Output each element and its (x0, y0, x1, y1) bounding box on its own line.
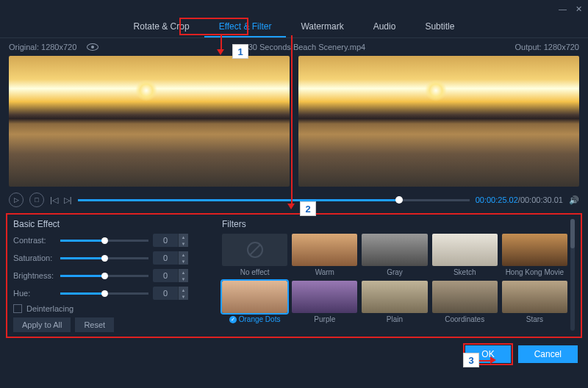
original-preview (9, 56, 290, 187)
playback-slider-thumb[interactable] (395, 196, 403, 204)
next-frame-button[interactable]: ▷| (64, 195, 72, 205)
filter-gray-label: Gray (362, 268, 427, 276)
brightness-down[interactable]: ▼ (178, 276, 188, 282)
filter-hk-label: Hong Kong Movie (502, 268, 567, 276)
annotation-callout-2: 2 (300, 201, 316, 216)
hue-up[interactable]: ▲ (178, 287, 188, 293)
filter-purple-label: Purple (292, 315, 357, 323)
playback-slider[interactable] (78, 199, 470, 201)
filter-coordinates[interactable]: Coordinates (432, 281, 498, 323)
brightness-slider[interactable] (60, 275, 148, 277)
filter-no-effect-label: No effect (222, 268, 287, 276)
saturation-value: 0 (153, 251, 178, 265)
hue-value: 0 (153, 287, 178, 300)
prev-frame-button[interactable]: |◁ (50, 195, 58, 205)
filter-stars[interactable]: Stars (502, 281, 567, 323)
filter-stars-label: Stars (502, 315, 567, 323)
filter-coordinates-label: Coordinates (432, 315, 498, 323)
filter-plain[interactable]: Plain (362, 281, 427, 323)
tab-audio[interactable]: Audio (359, 18, 411, 37)
filter-purple[interactable]: Purple (292, 281, 357, 323)
filter-sketch[interactable]: Sketch (432, 234, 498, 276)
check-icon: ✓ (229, 316, 237, 323)
brightness-up[interactable]: ▲ (178, 269, 188, 276)
preview-toggle-icon[interactable] (87, 43, 98, 51)
annotation-arrow-1-head (217, 49, 224, 55)
saturation-label: Saturation: (13, 254, 56, 262)
contrast-label: Contrast: (13, 236, 56, 245)
filters-title: Filters (222, 219, 567, 229)
brightness-label: Brightness: (13, 271, 56, 280)
filter-gray[interactable]: Gray (362, 234, 427, 276)
hue-down[interactable]: ▼ (178, 293, 188, 300)
play-button[interactable]: ▷ (9, 193, 24, 207)
stop-button[interactable]: □ (29, 193, 44, 207)
reset-button[interactable]: Reset (75, 317, 114, 332)
hue-label: Hue: (13, 289, 56, 298)
deinterlacing-checkbox[interactable] (13, 304, 22, 313)
output-resolution-label: Output: 1280x720 (515, 43, 579, 51)
annotation-arrow-3-head (490, 356, 496, 364)
svg-line-1 (250, 245, 260, 255)
filter-orange-dots-label: Orange Dots (239, 315, 281, 323)
annotation-arrow-2-head (287, 204, 295, 209)
apply-to-all-button[interactable]: Apply to All (13, 317, 71, 332)
basic-effect-title: Basic Effect (13, 219, 212, 229)
hue-slider[interactable] (60, 292, 148, 295)
contrast-up[interactable]: ▲ (178, 234, 188, 240)
deinterlacing-label: Deinterlacing (26, 304, 74, 313)
tab-effect-filter[interactable]: Effect & Filter (204, 18, 287, 37)
filter-plain-label: Plain (362, 315, 427, 323)
close-button[interactable]: ✕ (576, 4, 582, 14)
total-time: 00:00:30.01 (520, 195, 563, 204)
saturation-slider[interactable] (60, 257, 148, 259)
minimize-button[interactable]: — (559, 4, 567, 13)
contrast-slider[interactable] (60, 240, 148, 242)
original-resolution-label: Original: 1280x720 (9, 43, 76, 51)
saturation-up[interactable]: ▲ (178, 251, 188, 258)
time-display: 00:00:25.02/00:00:30.01 (476, 195, 563, 204)
filter-sketch-label: Sketch (432, 268, 498, 276)
tab-subtitle[interactable]: Subtitle (410, 18, 469, 37)
annotation-callout-1: 1 (232, 44, 248, 59)
volume-icon[interactable]: 🔊 (569, 195, 579, 205)
contrast-value: 0 (153, 234, 178, 247)
filename-label: 30 Seconds Beach Scenery.mp4 (248, 43, 365, 51)
playback-slider-fill (78, 199, 399, 201)
filters-scrollbar[interactable] (570, 219, 575, 331)
tab-watermark[interactable]: Watermark (286, 18, 358, 37)
filters-scrollbar-thumb[interactable] (570, 219, 575, 248)
filter-warm[interactable]: Warm (292, 234, 357, 276)
saturation-down[interactable]: ▼ (178, 258, 188, 265)
contrast-down[interactable]: ▼ (178, 240, 188, 247)
annotation-arrow-2 (291, 35, 293, 206)
annotation-callout-3: 3 (463, 353, 479, 367)
current-time: 00:00:25.02 (476, 195, 518, 204)
cancel-button[interactable]: Cancel (518, 345, 578, 363)
filter-orange-dots[interactable]: ✓Orange Dots (222, 281, 287, 323)
filter-no-effect[interactable]: No effect (222, 234, 287, 276)
brightness-value: 0 (153, 269, 178, 282)
filter-warm-label: Warm (292, 268, 357, 276)
tab-rotate-crop[interactable]: Rotate & Crop (119, 18, 204, 37)
filter-hong-kong-movie[interactable]: Hong Kong Movie (502, 234, 567, 276)
output-preview (298, 56, 579, 187)
